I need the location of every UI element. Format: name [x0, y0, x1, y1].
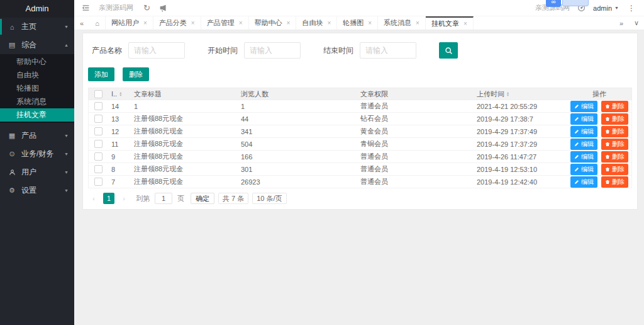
chevron-down-icon: ▼	[64, 170, 69, 174]
product-icon: ▦	[8, 132, 16, 140]
home-tab-icon[interactable]: ⌂	[89, 16, 106, 30]
tabs-scroll-right-icon[interactable]: »	[614, 16, 629, 30]
sort-icon[interactable]: ▴▾	[119, 91, 121, 96]
close-icon[interactable]: ×	[464, 20, 467, 27]
search-button[interactable]	[439, 42, 458, 59]
sidebar-submenu: 帮助中心 自由块 轮播图 系统消息 挂机文章	[0, 54, 74, 123]
sidebar-item-users[interactable]: 用户 ▼	[0, 163, 74, 181]
sidebar-item-settings[interactable]: ⚙ 设置 ▼	[0, 181, 74, 200]
end-time-input[interactable]	[360, 42, 416, 59]
close-icon[interactable]: ×	[416, 20, 419, 26]
tab-item[interactable]: 网站用户 ×	[106, 16, 153, 30]
goto-confirm-button[interactable]: 确定	[191, 193, 214, 204]
edit-button[interactable]: 编辑	[570, 151, 597, 162]
delete-button[interactable]: 删除	[601, 113, 628, 125]
sidebar-subitem-free-block[interactable]: 自由块	[0, 69, 74, 82]
close-icon[interactable]: ×	[191, 20, 195, 26]
sidebar-subitem-help-center[interactable]: 帮助中心	[0, 55, 74, 69]
cell-views: 504	[237, 138, 357, 150]
start-time-input[interactable]	[244, 42, 301, 59]
row-checkbox[interactable]	[94, 102, 103, 110]
sort-icon[interactable]: ▴▾	[507, 91, 509, 96]
more-menu-icon[interactable]: ⋮	[625, 4, 638, 13]
tabs-scroll-left-icon[interactable]: «	[74, 16, 89, 30]
collapse-sidebar-icon[interactable]	[82, 4, 90, 12]
delete-button[interactable]: 删除	[601, 101, 628, 112]
select-all-checkbox[interactable]	[94, 90, 103, 98]
tab-item-active[interactable]: 挂机文章 ×	[426, 16, 474, 30]
browser-extension-popup[interactable]: ∞	[546, 0, 589, 7]
tab-item[interactable]: 产品分类 ×	[153, 16, 201, 30]
cell-permission: 青铜会员	[357, 138, 473, 150]
close-icon[interactable]: ×	[327, 20, 331, 26]
product-name-input[interactable]	[128, 42, 185, 59]
table-toolbar: 添加 删除	[88, 66, 632, 88]
app-root: Admin ⌂ 主页 ▼ ▤ 综合 ▲ 帮助中心 自由块 轮播图 系统消息 挂机…	[0, 0, 644, 325]
table-header-row: I.. ▴▾ 文章标题 浏览人数 文章权限 上传时间 ▴▾ 操作	[88, 88, 632, 100]
tab-item[interactable]: 轮播图 ×	[337, 16, 378, 30]
page-number-current[interactable]: 1	[103, 193, 114, 204]
tab-item[interactable]: 自由块 ×	[296, 16, 337, 30]
edit-button[interactable]: 编辑	[570, 164, 597, 175]
col-header-id[interactable]: I.. ▴▾	[108, 88, 130, 100]
goto-page-input[interactable]	[155, 193, 172, 204]
refresh-icon[interactable]: ↻	[143, 3, 150, 13]
close-icon[interactable]: ×	[239, 20, 243, 26]
page-next-icon[interactable]: ›	[118, 193, 130, 204]
tab-item[interactable]: 产品管理 ×	[201, 16, 249, 30]
page-prev-icon[interactable]: ‹	[88, 193, 99, 204]
delete-button[interactable]: 删除	[601, 126, 628, 137]
edit-button[interactable]: 编辑	[570, 139, 597, 150]
row-checkbox[interactable]	[94, 115, 103, 123]
delete-button[interactable]: 删除	[601, 139, 628, 150]
edit-button[interactable]: 编辑	[570, 126, 597, 137]
tab-label: 产品管理	[207, 18, 235, 28]
sidebar-item-general[interactable]: ▤ 综合 ▲	[0, 36, 74, 54]
tab-item[interactable]: 帮助中心 ×	[249, 16, 297, 30]
row-checkbox[interactable]	[94, 152, 103, 161]
row-checkbox[interactable]	[94, 140, 103, 148]
extension-field[interactable]	[562, 0, 589, 6]
goto-page-label: 到第	[136, 194, 150, 203]
per-page-select[interactable]: 10 条/页	[252, 193, 286, 204]
col-header-time[interactable]: 上传时间 ▴▾	[473, 88, 567, 100]
table-row: 11 注册领88元现金 504 青铜会员 2019-4-29 17:37:29 …	[88, 138, 632, 151]
tab-item[interactable]: 系统消息 ×	[378, 16, 426, 30]
row-checkbox[interactable]	[94, 178, 103, 186]
edit-button[interactable]: 编辑	[570, 176, 597, 188]
edit-button[interactable]: 编辑	[570, 101, 597, 112]
tabs-dropdown-icon[interactable]: ∨	[629, 16, 644, 30]
row-checkbox[interactable]	[94, 127, 103, 135]
close-icon[interactable]: ×	[287, 20, 291, 26]
sidebar-subitem-carousel[interactable]: 轮播图	[0, 82, 74, 95]
chevron-down-icon: ▼	[64, 134, 69, 138]
cell-time: 2019-4-26 11:47:27	[473, 151, 567, 162]
sidebar-item-finance[interactable]: ⊙ 业务/财务 ▼	[0, 145, 74, 163]
cell-id: 9	[108, 151, 130, 162]
close-icon[interactable]: ×	[368, 20, 372, 26]
delete-button[interactable]: 删除	[601, 176, 628, 188]
add-button[interactable]: 添加	[88, 67, 114, 81]
sidebar-subitem-idle-articles[interactable]: 挂机文章	[0, 108, 74, 122]
tab-label: 系统消息	[384, 18, 411, 28]
user-menu[interactable]: admin ▼	[593, 4, 619, 12]
announcement-horn-icon[interactable]	[159, 4, 167, 12]
site-name-text: 亲测源码网	[99, 3, 133, 13]
cell-views: 1	[237, 100, 357, 112]
delete-button[interactable]: 删除	[601, 151, 628, 162]
user-icon	[8, 169, 16, 176]
tab-label: 产品分类	[159, 18, 187, 28]
cell-views: 26923	[237, 176, 357, 188]
delete-button[interactable]: 删除	[601, 164, 628, 175]
sidebar-subitem-system-messages[interactable]: 系统消息	[0, 95, 74, 108]
close-icon[interactable]: ×	[143, 20, 147, 26]
extension-link-icon[interactable]: ∞	[546, 0, 561, 7]
chevron-down-icon: ▼	[64, 188, 69, 193]
sidebar-item-home[interactable]: ⌂ 主页 ▼	[0, 18, 74, 36]
row-checkbox[interactable]	[94, 165, 103, 173]
delete-selected-button[interactable]: 删除	[123, 67, 149, 81]
cell-views: 301	[237, 163, 357, 175]
cell-title: 注册领88元现金	[130, 151, 237, 162]
edit-button[interactable]: 编辑	[570, 113, 597, 125]
sidebar-item-products[interactable]: ▦ 产品 ▼	[0, 127, 74, 145]
